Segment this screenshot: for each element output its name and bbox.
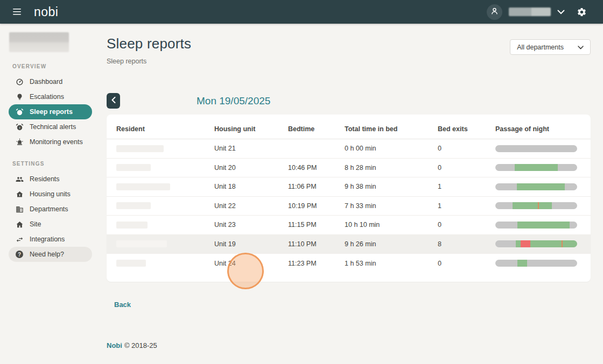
table-header: ResidentHousing unitBedtimeTotal time in… <box>107 119 591 139</box>
bar-segment-gray <box>495 202 513 209</box>
bar-segment-gray <box>495 222 517 229</box>
svg-text:z: z <box>19 111 20 114</box>
bar-segment-gray <box>527 260 577 267</box>
date-navigation: Mon 19/05/2025 <box>107 93 591 109</box>
gear-icon[interactable] <box>577 7 587 17</box>
bar-segment-gray <box>558 164 577 171</box>
total-time-in-bed-cell: 9 h 38 min <box>345 183 438 190</box>
chevron-down-icon[interactable] <box>557 10 565 15</box>
sidebar-item-label: Monitoring events <box>30 138 83 146</box>
resident-cell <box>116 183 214 190</box>
sidebar-section-label: SETTINGS <box>12 161 100 167</box>
housing-unit-cell: Unit 21 <box>214 145 288 152</box>
resident-name-redacted <box>116 222 148 229</box>
passage-of-night-cell <box>495 164 581 171</box>
table-row[interactable]: Unit 22 10:19 PM 7 h 33 min 1 <box>107 197 591 216</box>
sidebar-item-escalations[interactable]: Escalations <box>9 89 92 104</box>
sidebar-item-housing-units[interactable]: Housing units <box>9 187 92 202</box>
total-time-in-bed-cell: 1 h 53 min <box>345 260 438 267</box>
previous-day-button[interactable] <box>107 93 120 109</box>
column-header-housing-unit: Housing unit <box>214 125 288 133</box>
topbar: nobi <box>0 0 603 24</box>
table-row[interactable]: Unit 20 10:46 PM 8 h 28 min 0 <box>107 159 591 178</box>
resident-name-redacted <box>116 145 164 152</box>
department-filter-select[interactable]: All departments <box>510 39 591 55</box>
bar-segment-gray <box>570 222 577 229</box>
hamburger-icon[interactable] <box>11 6 23 17</box>
total-time-in-bed-cell: 9 h 26 min <box>345 240 438 248</box>
bedtime-cell: 11:10 PM <box>288 240 345 248</box>
bar-segment-green <box>516 240 521 247</box>
app-root: nobi OVERVIEWDashboardEscalationszSleep … <box>0 0 603 364</box>
sidebar-item-label: Escalations <box>30 93 64 101</box>
sidebar-item-label: Integrations <box>30 235 65 243</box>
resident-cell <box>116 240 214 247</box>
sidebar-item-integrations[interactable]: Integrations <box>9 232 92 247</box>
footer-brand-link[interactable]: Nobi <box>107 341 122 349</box>
resident-name-redacted <box>116 260 146 267</box>
sidebar-item-label: Sleep reports <box>30 108 73 116</box>
sidebar-item-need-help[interactable]: ?Need help? <box>9 247 92 262</box>
footer: Nobi© 2018-25 <box>107 341 591 349</box>
sidebar-nav: OVERVIEWDashboardEscalationszSleep repor… <box>0 63 100 262</box>
total-time-in-bed-cell: 7 h 33 min <box>345 202 438 210</box>
avatar[interactable] <box>487 4 502 20</box>
table-row[interactable]: Unit 19 11:10 PM 9 h 26 min 8 <box>107 235 591 254</box>
people-icon <box>15 175 24 183</box>
table-row[interactable]: Unit 23 11:15 PM 10 h 10 min 0 <box>107 216 591 235</box>
housing-unit-cell: Unit 18 <box>214 183 288 190</box>
table-row[interactable]: Unit 18 11:06 PM 9 h 38 min 1 <box>107 177 591 197</box>
table-row[interactable]: Unit 24 11:23 PM 1 h 53 min 0 <box>107 254 591 273</box>
housing-unit-cell: Unit 20 <box>214 164 288 172</box>
sidebar-item-site[interactable]: Site <box>9 217 92 232</box>
sidebar-item-residents[interactable]: Residents <box>9 172 92 187</box>
back-link[interactable]: Back <box>114 301 131 309</box>
passage-of-night-cell <box>495 202 581 209</box>
question-circle-icon: ? <box>15 250 24 259</box>
sidebar-item-departments[interactable]: Departments <box>9 202 92 217</box>
bar-segment-green <box>513 202 538 209</box>
bed-exits-cell: 8 <box>438 240 495 248</box>
housing-unit-cell: Unit 24 <box>214 260 288 267</box>
bar-segment-gray <box>495 164 515 171</box>
bar-segment-gray <box>552 202 577 209</box>
resident-cell <box>116 260 214 267</box>
page-title: Sleep reports <box>107 35 191 52</box>
passage-of-night-cell <box>495 145 581 152</box>
total-time-in-bed-cell: 10 h 10 min <box>345 221 438 229</box>
passage-of-night-bar <box>495 202 577 209</box>
resident-name-redacted <box>116 202 151 209</box>
sidebar-item-technical-alerts[interactable]: !Technical alerts <box>9 119 92 134</box>
swap-arrows-icon <box>15 235 24 244</box>
bed-exits-cell: 0 <box>438 260 495 267</box>
sidebar-item-label: Departments <box>30 205 68 213</box>
passage-of-night-cell <box>495 183 581 190</box>
page-head: Sleep reports Sleep reports All departme… <box>107 35 591 65</box>
bedtime-cell: 10:46 PM <box>288 164 345 172</box>
resident-cell <box>116 164 214 171</box>
sidebar-item-label: Site <box>30 220 41 228</box>
bar-segment-gray <box>495 145 577 152</box>
sidebar-item-dashboard[interactable]: Dashboard <box>9 74 92 89</box>
bedtime-cell: 10:19 PM <box>288 202 345 210</box>
topbar-right <box>487 4 587 20</box>
sidebar-item-label: Housing units <box>30 190 71 198</box>
bed-exits-cell: 1 <box>438 183 495 190</box>
bar-segment-green <box>515 164 557 171</box>
sidebar-item-monitoring-events[interactable]: Monitoring events <box>9 134 92 149</box>
column-header-total-time-in-bed: Total time in bed <box>345 125 438 133</box>
main-content: Sleep reports Sleep reports All departme… <box>100 24 603 364</box>
report-date: Mon 19/05/2025 <box>197 95 270 107</box>
resident-name-redacted <box>116 183 170 190</box>
table-row[interactable]: Unit 21 0 h 00 min 0 <box>107 139 591 159</box>
bed-exits-cell: 1 <box>438 202 495 210</box>
bar-segment-red <box>521 240 530 247</box>
footer-copyright: © 2018-25 <box>124 341 157 349</box>
bar-segment-green <box>563 240 577 247</box>
bar-segment-green <box>539 202 552 209</box>
passage-of-night-cell <box>495 222 581 229</box>
person-icon <box>490 6 499 18</box>
sidebar-item-sleep-reports[interactable]: zSleep reports <box>9 104 92 119</box>
bar-segment-gray <box>495 240 516 247</box>
bar-segment-gray <box>495 183 517 190</box>
